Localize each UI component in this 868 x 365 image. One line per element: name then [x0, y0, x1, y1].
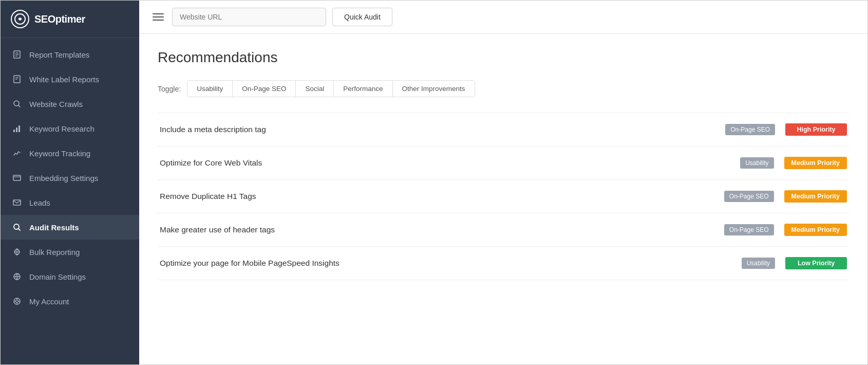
- sidebar-item-label-report-templates: Report Templates: [29, 50, 89, 59]
- rec-priority-badge-1: High Priority: [785, 123, 847, 136]
- rec-right-5: UsabilityLow Priority: [742, 257, 847, 269]
- svg-line-10: [18, 105, 20, 107]
- embedding-settings-icon: [12, 173, 22, 183]
- svg-point-21: [16, 300, 18, 303]
- rec-right-2: UsabilityMedium Priority: [740, 157, 847, 169]
- toggle-tab-performance[interactable]: Performance: [334, 81, 392, 97]
- topbar: Quick Audit: [139, 1, 867, 34]
- rec-right-1: On-Page SEOHigh Priority: [725, 123, 847, 136]
- quick-audit-button[interactable]: Quick Audit: [332, 8, 392, 26]
- svg-rect-12: [16, 127, 17, 132]
- main-panel: Quick Audit Recommendations Toggle: Usab…: [139, 1, 867, 364]
- hamburger-button[interactable]: [150, 11, 166, 23]
- sidebar-item-audit-results[interactable]: Audit Results: [1, 215, 139, 240]
- sidebar-item-label-audit-results: Audit Results: [29, 223, 79, 232]
- sidebar-item-keyword-tracking[interactable]: Keyword Tracking: [1, 141, 139, 166]
- sidebar-navigation: Report TemplatesWhite Label ReportsWebsi…: [1, 38, 139, 364]
- sidebar-item-label-keyword-tracking: Keyword Tracking: [29, 149, 90, 158]
- sidebar-item-leads[interactable]: Leads: [1, 190, 139, 215]
- audit-results-icon: [12, 222, 22, 232]
- domain-settings-icon: [12, 271, 22, 282]
- my-account-icon: [12, 296, 22, 306]
- rec-category-badge-1: On-Page SEO: [725, 124, 775, 135]
- sidebar-item-label-leads: Leads: [29, 198, 50, 207]
- white-label-reports-icon: [12, 74, 22, 84]
- toggle-tab-social[interactable]: Social: [296, 81, 334, 97]
- bulk-reporting-icon: [12, 247, 22, 257]
- toggle-label: Toggle:: [158, 85, 181, 93]
- recommendation-item-5: Optimize your page for Mobile PageSpeed …: [158, 247, 849, 280]
- logo-text: SEOptimer: [34, 13, 85, 25]
- sidebar-item-white-label-reports[interactable]: White Label Reports: [1, 67, 139, 92]
- sidebar-item-embedding-settings[interactable]: Embedding Settings: [1, 166, 139, 190]
- recommendation-item-4: Make greater use of header tagsOn-Page S…: [158, 213, 849, 247]
- rec-category-badge-5: Usability: [742, 258, 775, 269]
- sidebar-item-domain-settings[interactable]: Domain Settings: [1, 264, 139, 289]
- recommendation-item-1: Include a meta description tagOn-Page SE…: [158, 113, 849, 147]
- rec-title-2[interactable]: Optimize for Core Web Vitals: [160, 158, 262, 168]
- sidebar-item-my-account[interactable]: My Account: [1, 289, 139, 314]
- rec-title-3[interactable]: Remove Duplicate H1 Tags: [160, 192, 256, 201]
- rec-category-badge-2: Usability: [740, 157, 773, 169]
- svg-rect-11: [13, 130, 15, 132]
- sidebar-item-label-website-crawls: Website Crawls: [29, 100, 83, 108]
- toggle-tab-usability[interactable]: Usability: [187, 81, 233, 97]
- rec-right-3: On-Page SEOMedium Priority: [724, 190, 847, 203]
- sidebar-item-keyword-research[interactable]: Keyword Research: [1, 116, 139, 141]
- rec-title-4[interactable]: Make greater use of header tags: [160, 225, 275, 234]
- sidebar: SEOptimer Report TemplatesWhite Label Re…: [1, 1, 139, 364]
- rec-priority-badge-5: Low Priority: [785, 257, 847, 269]
- recommendation-item-2: Optimize for Core Web VitalsUsabilityMed…: [158, 147, 849, 180]
- toggle-tab-on-page-seo[interactable]: On-Page SEO: [233, 81, 296, 97]
- website-crawls-icon: [12, 99, 22, 109]
- sidebar-item-label-domain-settings: Domain Settings: [29, 272, 86, 281]
- sidebar-item-report-templates[interactable]: Report Templates: [1, 42, 139, 67]
- sidebar-item-label-white-label-reports: White Label Reports: [29, 75, 99, 84]
- toggle-tabs: UsabilityOn-Page SEOSocialPerformanceOth…: [187, 80, 475, 97]
- rec-right-4: On-Page SEOMedium Priority: [724, 224, 847, 236]
- rec-title-1[interactable]: Include a meta description tag: [160, 125, 266, 134]
- report-templates-icon: [12, 49, 22, 60]
- svg-rect-14: [13, 175, 21, 180]
- url-input[interactable]: [172, 8, 326, 26]
- toggle-tab-other-improvements[interactable]: Other Improvements: [393, 81, 475, 97]
- rec-category-badge-4: On-Page SEO: [724, 224, 774, 235]
- rec-title-5[interactable]: Optimize your page for Mobile PageSpeed …: [160, 259, 339, 268]
- svg-point-1: [19, 18, 21, 20]
- main-content: Recommendations Toggle: UsabilityOn-Page…: [139, 34, 867, 364]
- svg-rect-16: [13, 200, 21, 205]
- svg-line-18: [18, 229, 20, 230]
- keyword-research-icon: [12, 123, 22, 134]
- sidebar-item-bulk-reporting[interactable]: Bulk Reporting: [1, 240, 139, 264]
- sidebar-item-website-crawls[interactable]: Website Crawls: [1, 92, 139, 116]
- keyword-tracking-icon: [12, 148, 22, 158]
- rec-priority-badge-3: Medium Priority: [784, 190, 847, 203]
- rec-priority-badge-4: Medium Priority: [784, 224, 847, 236]
- page-title: Recommendations: [158, 49, 849, 66]
- leads-icon: [12, 197, 22, 208]
- recommendation-item-3: Remove Duplicate H1 TagsOn-Page SEOMediu…: [158, 180, 849, 213]
- recommendations-list: Include a meta description tagOn-Page SE…: [158, 113, 849, 280]
- sidebar-logo: SEOptimer: [1, 1, 139, 38]
- svg-rect-13: [18, 125, 20, 132]
- toggle-row: Toggle: UsabilityOn-Page SEOSocialPerfor…: [158, 80, 849, 97]
- rec-category-badge-3: On-Page SEO: [724, 191, 774, 202]
- rec-priority-badge-2: Medium Priority: [784, 157, 847, 169]
- sidebar-item-label-keyword-research: Keyword Research: [29, 124, 95, 133]
- logo-icon: [11, 10, 29, 28]
- sidebar-item-label-bulk-reporting: Bulk Reporting: [29, 248, 80, 257]
- sidebar-item-label-my-account: My Account: [29, 297, 69, 306]
- sidebar-item-label-embedding-settings: Embedding Settings: [29, 174, 98, 182]
